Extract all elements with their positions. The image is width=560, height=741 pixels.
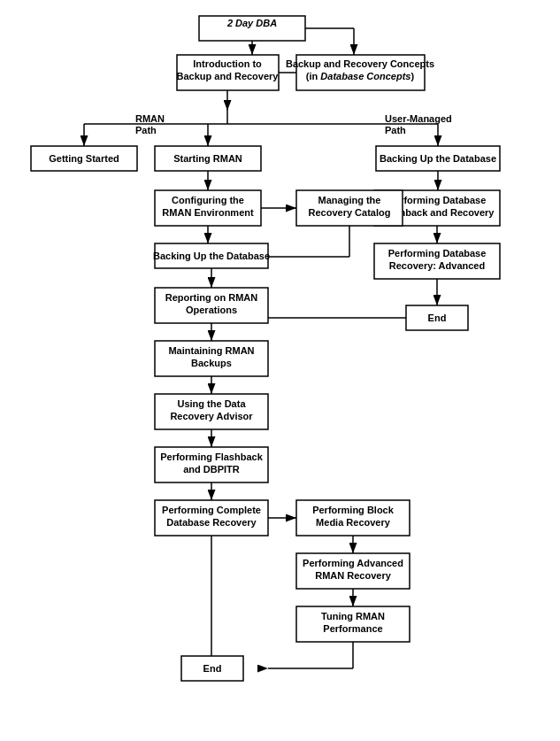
svg-text:Starting RMAN: Starting RMAN xyxy=(173,153,242,164)
svg-text:Database Recovery: Database Recovery xyxy=(166,517,257,528)
svg-text:Backing Up the Database: Backing Up the Database xyxy=(153,251,270,261)
svg-text:Using the Data: Using the Data xyxy=(177,398,246,409)
svg-text:and DBPITR: and DBPITR xyxy=(183,464,240,475)
svg-text:Backup and Recovery: Backup and Recovery xyxy=(177,71,280,81)
svg-text:RMAN Recovery: RMAN Recovery xyxy=(315,570,391,581)
svg-text:Getting Started: Getting Started xyxy=(49,153,119,164)
svg-text:Configuring the: Configuring the xyxy=(172,195,244,205)
svg-text:User-Managed: User-Managed xyxy=(385,113,452,124)
svg-text:Recovery Catalog: Recovery Catalog xyxy=(309,207,391,218)
svg-text:Managing the: Managing the xyxy=(318,195,381,205)
svg-text:RMAN Environment: RMAN Environment xyxy=(162,207,254,218)
svg-text:Performing Advanced: Performing Advanced xyxy=(303,558,403,568)
svg-text:Backup and Recovery Concepts: Backup and Recovery Concepts xyxy=(286,58,434,69)
svg-text:Introduction to: Introduction to xyxy=(193,58,262,69)
svg-text:Path: Path xyxy=(385,125,406,135)
svg-text:RMAN: RMAN xyxy=(135,113,165,124)
svg-text:Backing Up the Database: Backing Up the Database xyxy=(380,153,496,164)
svg-text:Operations: Operations xyxy=(186,305,237,315)
svg-text:Performing Complete: Performing Complete xyxy=(162,505,261,515)
svg-text:Backups: Backups xyxy=(191,358,232,368)
svg-text:Tuning RMAN: Tuning RMAN xyxy=(321,611,385,621)
svg-text:Performance: Performance xyxy=(323,623,382,634)
svg-text:Path: Path xyxy=(135,125,157,135)
svg-text:Media Recovery: Media Recovery xyxy=(316,517,391,528)
svg-text:(in Database Concepts): (in Database Concepts) xyxy=(306,71,415,81)
svg-text:End: End xyxy=(428,313,447,323)
svg-text:Maintaining RMAN: Maintaining RMAN xyxy=(168,345,254,356)
svg-text:Performing Flashback: Performing Flashback xyxy=(160,452,263,462)
diagram-container: 2 Day DBA Backup and Recovery Concepts (… xyxy=(0,0,560,741)
svg-text:Recovery: Advanced: Recovery: Advanced xyxy=(389,260,485,271)
svg-text:Performing Database: Performing Database xyxy=(388,248,487,259)
svg-text:Recovery Advisor: Recovery Advisor xyxy=(170,411,253,421)
svg-text:End: End xyxy=(203,663,222,674)
svg-text:2 Day DBA: 2 Day DBA xyxy=(226,18,277,28)
svg-text:Performing Block: Performing Block xyxy=(312,505,395,515)
svg-text:Reporting on RMAN: Reporting on RMAN xyxy=(165,292,258,303)
